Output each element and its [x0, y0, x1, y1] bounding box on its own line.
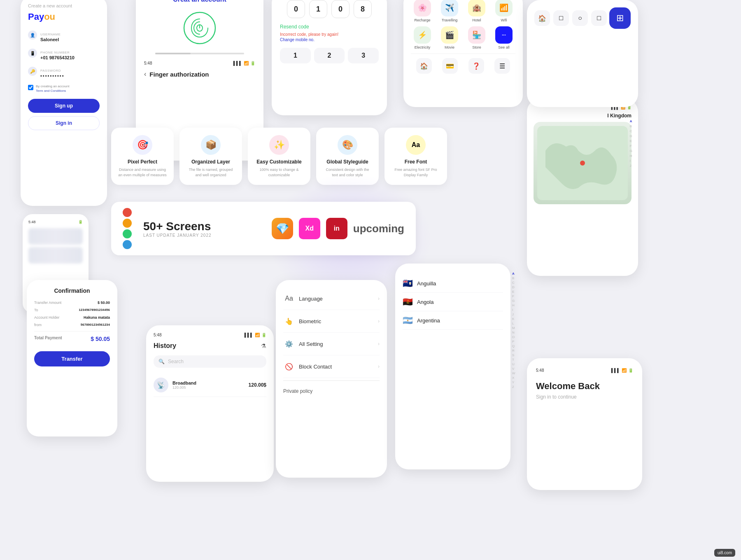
search-icon: 🔍 [158, 359, 165, 364]
transfer-button[interactable]: Transfer [34, 351, 110, 366]
alpha-K[interactable]: K [512, 317, 515, 321]
alpha-W[interactable]: W [512, 371, 515, 375]
angola-flag: 🇦🇴 [403, 297, 413, 307]
settings-biometric[interactable]: 👆 Biometric › [283, 310, 380, 333]
change-mobile-link[interactable]: Change mobile no. [280, 37, 379, 42]
alpha-B[interactable]: B [512, 276, 515, 280]
movie-icon: 🎬 [441, 26, 458, 44]
settings-language[interactable]: Aa Language › [283, 287, 380, 310]
feature-global-styleguide: 🎨 Global Styleguide Consistent design wi… [316, 128, 379, 185]
biometric-icon: 👆 [283, 315, 295, 327]
service-movie[interactable]: 🎬 Movie [438, 26, 461, 49]
alpha-U[interactable]: U [512, 362, 515, 366]
service-electricity[interactable]: ⚡ Electricity [411, 26, 434, 49]
num-1[interactable]: 1 [280, 48, 311, 63]
lock-icon: 🔑 [28, 67, 37, 76]
service-hotel[interactable]: 🏨 Hotel [465, 0, 488, 22]
alpha-N[interactable]: N [512, 331, 515, 334]
broadband-icon: 📡 [154, 378, 168, 392]
history-header: History ⚗ [154, 342, 266, 350]
see-all-label: See all [498, 45, 510, 49]
alpha-M[interactable]: M [512, 326, 515, 330]
map-svg [537, 126, 628, 200]
alpha-H[interactable]: H [512, 303, 515, 307]
settings2-icon-1[interactable]: 🏠 [534, 10, 550, 26]
alpha-D[interactable]: D [512, 285, 515, 289]
help-icon[interactable]: ❓ [468, 58, 484, 74]
home-icon[interactable]: 🏠 [416, 58, 432, 74]
settings2-icon-4[interactable]: □ [591, 10, 607, 26]
alpha-P[interactable]: P [512, 340, 515, 343]
angola-name: Angola [417, 299, 433, 305]
alpha-I[interactable]: I [512, 308, 515, 312]
terms-link[interactable]: Term and Conditions [36, 89, 66, 93]
card-icon[interactable]: 💳 [442, 58, 458, 74]
global-styleguide-desc: Consistent design with the text and colo… [323, 167, 372, 177]
hotel-icon: 🏨 [468, 0, 485, 16]
alpha-L[interactable]: L [512, 322, 515, 325]
alpha-T[interactable]: T [512, 358, 515, 362]
alpha-A[interactable]: A [512, 272, 515, 275]
watermark: ui8.com [714, 549, 735, 557]
service-store[interactable]: 🏪 Store [465, 26, 488, 49]
history-title: History [154, 342, 176, 350]
bottom-nav-icons: 🏠 💳 ❓ ☰ [411, 58, 515, 74]
service-travelling[interactable]: ✈️ Travelling [438, 0, 461, 22]
service-see-all[interactable]: ··· See all [492, 26, 515, 49]
signin-button[interactable]: Sign in [28, 116, 100, 130]
username-field: 👤 USERNAME Saloneel [28, 30, 100, 42]
alpha-Z[interactable]: Z [512, 385, 515, 389]
otp-digit-1: 0 [287, 0, 305, 18]
resend-code[interactable]: Resend code [280, 24, 379, 30]
settings2-grid-btn[interactable]: ⊞ [609, 7, 631, 29]
alpha-E[interactable]: E [512, 290, 515, 294]
settings2-icon-2[interactable]: □ [553, 10, 569, 26]
free-font-title: Free Font [405, 159, 427, 165]
account-holder-row: Account Holder Hakuna matata [34, 315, 110, 320]
alpha-X[interactable]: X [512, 376, 515, 380]
terms-checkbox[interactable] [28, 85, 33, 90]
num-3[interactable]: 3 [348, 48, 379, 63]
password-field: 🔑 PASSWORD •••••••••• [28, 66, 100, 78]
chevron-icon-2: › [378, 318, 380, 324]
menu-icon[interactable]: ☰ [494, 58, 510, 74]
alpha-Q[interactable]: Q [512, 344, 515, 348]
store-label: Store [472, 45, 481, 49]
country-argentina[interactable]: 🇦🇷 Argentina [403, 311, 503, 330]
search-box[interactable]: 🔍 Search [154, 355, 266, 368]
country-angola[interactable]: 🇦🇴 Angola [403, 293, 503, 311]
argentina-flag: 🇦🇷 [403, 315, 413, 325]
promo-last-update: LAST UPDATE JANUARY 2022 [143, 233, 260, 238]
settings2-icon-3[interactable]: ○ [572, 10, 588, 26]
filter-icon[interactable]: ⚗ [261, 343, 266, 349]
upcoming-label: upcoming [353, 222, 404, 235]
signup-button[interactable]: Sign up [28, 99, 100, 113]
hotel-label: Hotel [472, 18, 481, 22]
terms-text: By creating an account Term and Conditio… [36, 84, 69, 93]
electricity-label: Electricity [415, 45, 431, 49]
alpha-G[interactable]: G [512, 299, 515, 303]
biometric-label: Biometric [299, 318, 374, 324]
countries-card: 🇦🇮 Anguilla 🇦🇴 Angola 🇦🇷 Argentina [395, 264, 510, 469]
alpha-R[interactable]: R [512, 349, 515, 352]
phone-field: 📱 PHONE NUMBER +01 9876543210 [28, 48, 100, 60]
service-recharge[interactable]: 🌸 Recharge [411, 0, 434, 22]
chevron-icon: › [378, 296, 380, 301]
settings-block-contact[interactable]: 🚫 Block Contact › [283, 355, 380, 378]
alpha-V[interactable]: V [512, 367, 515, 371]
country-anguilla[interactable]: 🇦🇮 Anguilla [403, 274, 503, 293]
alpha-C[interactable]: C [512, 281, 515, 285]
service-wifi[interactable]: 📶 Wifi [492, 0, 515, 22]
alpha-J[interactable]: J [512, 313, 515, 316]
alpha-Y[interactable]: Y [512, 380, 515, 384]
logo-dot-orange [123, 219, 132, 228]
settings-all-setting[interactable]: ⚙️ All Setting › [283, 333, 380, 355]
private-policy[interactable]: Private policy [283, 383, 380, 399]
num-2[interactable]: 2 [314, 48, 345, 63]
wifi-label: Wifi [501, 18, 507, 22]
welcome-title: Welcome Back [536, 381, 633, 392]
alpha-S[interactable]: S [512, 353, 515, 357]
alpha-F[interactable]: F [512, 294, 515, 298]
alpha-O[interactable]: O [512, 335, 515, 339]
back-arrow-icon[interactable]: ‹ [144, 70, 146, 78]
